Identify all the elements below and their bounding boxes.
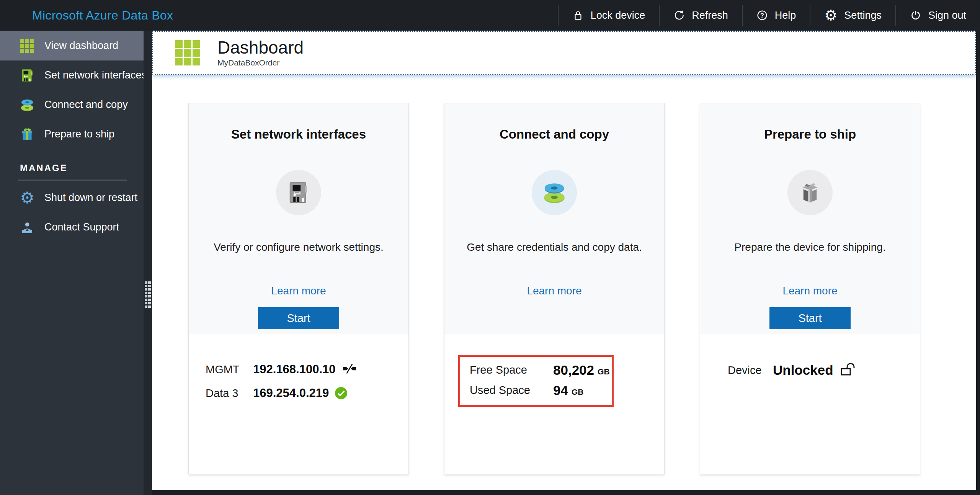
gift-box-icon bbox=[19, 127, 35, 142]
device-status-value: Unlocked bbox=[773, 363, 833, 378]
stat-label: Used Space bbox=[470, 384, 553, 397]
sidebar-resize-handle[interactable] bbox=[145, 281, 151, 308]
page-title: Dashboard bbox=[217, 38, 304, 57]
free-space-row: Free Space 80,202 GB bbox=[470, 360, 612, 380]
used-space-row: Used Space 94 GB bbox=[470, 380, 612, 400]
top-bar: Microsoft Azure Data Box Lock device Ref… bbox=[0, 0, 980, 31]
network-row-data3: Data 3 169.254.0.219 bbox=[206, 381, 408, 405]
start-button[interactable]: Start bbox=[258, 307, 339, 329]
sidebar-resize-gutter bbox=[144, 31, 152, 495]
lock-icon bbox=[572, 10, 584, 21]
sidebar-item-view-dashboard[interactable]: View dashboard bbox=[0, 31, 152, 60]
sidebar-item-prepare-to-ship[interactable]: Prepare to ship bbox=[0, 119, 152, 149]
card-title: Prepare to ship bbox=[700, 103, 920, 142]
card-description: Get share credentials and copy data. bbox=[444, 241, 664, 253]
used-space-value: 94 bbox=[553, 383, 568, 398]
learn-more-link[interactable]: Learn more bbox=[271, 285, 326, 297]
unit-label: GB bbox=[598, 364, 610, 376]
sign-out-button[interactable]: Sign out bbox=[896, 0, 980, 31]
refresh-button[interactable]: Refresh bbox=[660, 0, 742, 31]
sidebar: View dashboard Set network interfaces bbox=[0, 31, 152, 495]
network-card-icon bbox=[19, 68, 35, 83]
ip-address: 192.168.100.10 bbox=[253, 363, 336, 376]
network-row-mgmt: MGMT 192.168.100.10 bbox=[206, 358, 408, 381]
dashboard-grid-icon bbox=[19, 39, 35, 53]
free-space-value: 80,202 bbox=[553, 363, 594, 378]
app-title: Microsoft Azure Data Box bbox=[32, 8, 173, 23]
stat-label: Free Space bbox=[470, 364, 553, 376]
device-status-row: Device Unlocked bbox=[728, 358, 920, 382]
sidebar-item-set-network-interfaces[interactable]: Set network interfaces bbox=[0, 60, 152, 90]
sidebar-item-label: Prepare to ship bbox=[44, 128, 114, 140]
manage-divider bbox=[18, 180, 127, 181]
help-label: Help bbox=[775, 10, 796, 21]
sidebar-item-contact-support[interactable]: Contact Support bbox=[0, 212, 152, 242]
interface-label: Data 3 bbox=[206, 387, 253, 400]
gear-power-icon: ⚙ bbox=[19, 190, 35, 206]
card-description: Prepare the device for shipping. bbox=[700, 241, 920, 253]
order-name: MyDataBoxOrder bbox=[217, 58, 304, 67]
card-connect-and-copy: Connect and copy Get share credentials a… bbox=[444, 103, 665, 474]
main-content: Dashboard MyDataBoxOrder Set network int… bbox=[152, 31, 976, 490]
sidebar-item-shut-down-or-restart[interactable]: ⚙ Shut down or restart bbox=[0, 183, 152, 212]
learn-more-link[interactable]: Learn more bbox=[527, 285, 581, 297]
help-button[interactable]: ? Help bbox=[743, 0, 810, 31]
sidebar-item-label: Contact Support bbox=[44, 221, 119, 233]
disconnected-icon bbox=[342, 363, 357, 376]
dashboard-grid-icon bbox=[175, 40, 200, 65]
card-set-network-interfaces: Set network interfaces Verify or configu… bbox=[188, 103, 409, 474]
gift-box-icon bbox=[787, 170, 833, 215]
refresh-label: Refresh bbox=[692, 10, 728, 21]
sidebar-item-label: View dashboard bbox=[44, 40, 118, 52]
settings-button[interactable]: ⚙ Settings bbox=[810, 0, 895, 31]
topbar-actions: Lock device Refresh ? Help ⚙ Settings bbox=[558, 0, 980, 31]
page-header: Dashboard MyDataBoxOrder bbox=[152, 31, 976, 75]
device-label: Device bbox=[728, 364, 773, 377]
sidebar-item-label: Connect and copy bbox=[44, 99, 128, 111]
sidebar-item-label: Shut down or restart bbox=[44, 192, 137, 204]
settings-gear-icon: ⚙ bbox=[824, 8, 837, 23]
card-title: Connect and copy bbox=[444, 103, 664, 142]
refresh-icon bbox=[673, 10, 685, 21]
unit-label: GB bbox=[572, 384, 584, 397]
lock-device-button[interactable]: Lock device bbox=[559, 0, 659, 31]
unlock-icon bbox=[840, 363, 856, 378]
network-card-icon bbox=[276, 170, 321, 215]
sign-out-label: Sign out bbox=[928, 10, 966, 21]
ip-address: 169.254.0.219 bbox=[253, 386, 329, 400]
sidebar-item-connect-and-copy[interactable]: Connect and copy bbox=[0, 90, 152, 119]
svg-text:?: ? bbox=[760, 12, 764, 19]
start-button[interactable]: Start bbox=[769, 307, 851, 329]
connected-check-icon bbox=[335, 387, 347, 399]
settings-label: Settings bbox=[844, 10, 882, 21]
support-person-icon bbox=[19, 221, 35, 234]
card-description: Verify or configure network settings. bbox=[189, 241, 408, 253]
disks-icon bbox=[532, 170, 577, 215]
help-icon: ? bbox=[756, 10, 768, 21]
space-stats-highlight-box: Free Space 80,202 GB Used Space 94 GB bbox=[458, 355, 614, 407]
disks-icon bbox=[19, 98, 35, 112]
sidebar-nav: View dashboard Set network interfaces bbox=[0, 31, 152, 242]
sidebar-item-label: Set network interfaces bbox=[44, 69, 147, 81]
interface-label: MGMT bbox=[206, 363, 253, 376]
card-row: Set network interfaces Verify or configu… bbox=[152, 75, 976, 474]
learn-more-link[interactable]: Learn more bbox=[782, 285, 837, 297]
card-prepare-to-ship: Prepare to ship Prepare the device for s… bbox=[700, 103, 920, 474]
manage-section-label: MANAGE bbox=[0, 149, 152, 173]
card-title: Set network interfaces bbox=[189, 103, 408, 142]
lock-device-label: Lock device bbox=[591, 10, 645, 21]
power-icon bbox=[910, 10, 921, 21]
